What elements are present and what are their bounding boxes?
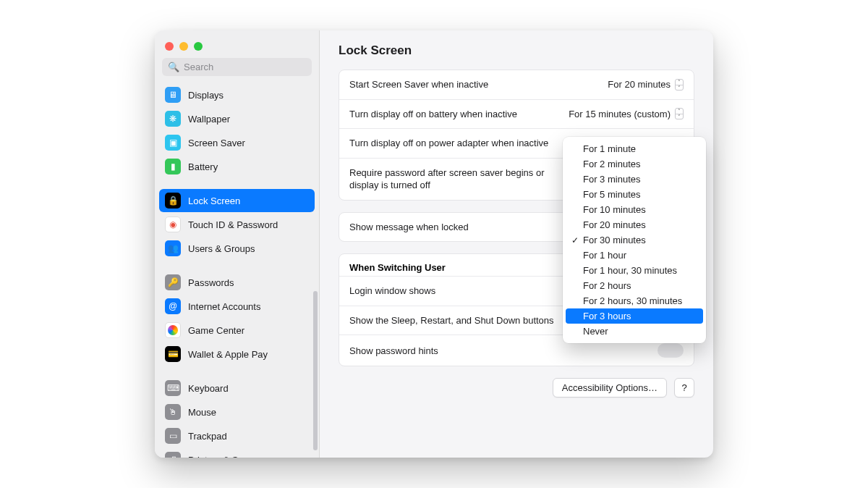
label-adapter-off: Turn display off on power adapter when i… — [349, 137, 548, 150]
sidebar-item-touchid[interactable]: ◉Touch ID & Password — [159, 213, 315, 236]
switch-password-hints[interactable] — [658, 343, 684, 358]
mouse-icon: 🖱 — [165, 404, 181, 420]
dropdown-option[interactable]: For 2 hours, 30 minutes — [566, 293, 703, 308]
dropdown-option[interactable]: For 1 hour, 30 minutes — [566, 263, 703, 278]
dropdown-option[interactable]: For 20 minutes — [566, 217, 703, 232]
label-sleep-buttons: Show the Sleep, Restart, and Shut Down b… — [349, 314, 554, 327]
main-content: Lock Screen Start Screen Saver when inac… — [320, 30, 713, 458]
touchid-icon: ◉ — [165, 216, 181, 232]
sidebar-item-wallet[interactable]: 💳Wallet & Apple Pay — [159, 342, 315, 366]
dropdown-option[interactable]: For 3 minutes — [566, 172, 703, 187]
passwords-icon: 🔑 — [165, 274, 181, 290]
minimize-icon[interactable] — [179, 42, 188, 51]
help-button[interactable]: ? — [674, 378, 694, 397]
select-battery-off[interactable]: For 15 minutes (custom) ˄˅ — [569, 108, 684, 119]
close-icon[interactable] — [165, 42, 174, 51]
users-icon: 👥 — [165, 240, 181, 256]
sidebar-item-internet[interactable]: @Internet Accounts — [159, 295, 315, 318]
wallpaper-icon: ❋ — [165, 111, 181, 127]
printers-icon: 🖨 — [165, 452, 181, 458]
label-require-password: Require password after screen saver begi… — [349, 167, 566, 192]
dropdown-option[interactable]: For 1 hour — [566, 248, 703, 263]
sidebar-item-battery[interactable]: ▮Battery — [159, 155, 315, 178]
sidebar-item-label: Users & Groups — [188, 243, 255, 254]
sidebar-item-label: Touch ID & Password — [188, 219, 278, 230]
chevron-updown-icon: ˄˅ — [675, 108, 684, 119]
dropdown-option[interactable]: Never — [566, 324, 703, 339]
sidebar-item-passwords[interactable]: 🔑Passwords — [159, 271, 315, 294]
sidebar-item-displays[interactable]: 🖥Displays — [159, 83, 315, 106]
time-options-popover[interactable]: For 1 minuteFor 2 minutesFor 3 minutesFo… — [563, 137, 706, 343]
sidebar: 🔍 🖥Displays❋Wallpaper▣Screen Saver▮Batte… — [155, 30, 320, 458]
sidebar-item-label: Internet Accounts — [188, 301, 260, 312]
sidebar-item-wallpaper[interactable]: ❋Wallpaper — [159, 107, 315, 130]
system-settings-window: 🔍 🖥Displays❋Wallpaper▣Screen Saver▮Batte… — [155, 30, 713, 458]
sidebar-item-label: Wallpaper — [188, 114, 230, 125]
page-title: Lock Screen — [339, 43, 694, 58]
sidebar-item-users[interactable]: 👥Users & Groups — [159, 237, 315, 260]
dropdown-option[interactable]: For 5 minutes — [566, 187, 703, 202]
scrollbar-thumb[interactable] — [313, 291, 318, 450]
dropdown-option[interactable]: For 2 hours — [566, 278, 703, 293]
sidebar-item-label: Mouse — [188, 407, 216, 418]
row-screensaver: Start Screen Saver when inactive For 20 … — [339, 70, 694, 100]
sidebar-item-label: Lock Screen — [188, 195, 240, 206]
sidebar-item-mouse[interactable]: 🖱Mouse — [159, 400, 315, 424]
label-password-hints: Show password hints — [349, 345, 438, 358]
accessibility-options-button[interactable]: Accessibility Options… — [553, 378, 667, 397]
sidebar-item-keyboard[interactable]: ⌨Keyboard — [159, 376, 315, 400]
sidebar-item-gamecenter[interactable]: Game Center — [159, 319, 315, 342]
label-show-message: Show message when locked — [349, 221, 469, 234]
row-battery-off: Turn display off on battery when inactiv… — [339, 100, 694, 130]
sidebar-item-label: Keyboard — [188, 383, 229, 394]
label-login-window: Login window shows — [349, 285, 435, 298]
sidebar-item-label: Game Center — [188, 325, 244, 336]
traffic-lights — [155, 38, 319, 58]
maximize-icon[interactable] — [194, 42, 203, 51]
wallet-icon: 💳 — [165, 346, 181, 362]
dropdown-option[interactable]: For 30 minutes — [566, 232, 703, 248]
trackpad-icon: ▭ — [165, 428, 181, 444]
dropdown-option[interactable]: For 2 minutes — [566, 156, 703, 172]
search-field[interactable] — [184, 62, 306, 72]
footer: Accessibility Options… ? — [339, 378, 694, 397]
keyboard-icon: ⌨ — [165, 380, 181, 396]
battery-icon: ▮ — [165, 159, 181, 174]
search-icon: 🔍 — [168, 62, 179, 72]
sidebar-item-label: Displays — [188, 90, 224, 101]
lockscreen-icon: 🔒 — [165, 193, 181, 209]
displays-icon: 🖥 — [165, 87, 181, 103]
internet-icon: @ — [165, 298, 181, 314]
screensaver-icon: ▣ — [165, 135, 181, 151]
sidebar-item-label: Screen Saver — [188, 138, 245, 148]
sidebar-item-screensaver[interactable]: ▣Screen Saver — [159, 131, 315, 154]
search-input[interactable]: 🔍 — [162, 58, 312, 76]
dropdown-option[interactable]: For 10 minutes — [566, 202, 703, 217]
chevron-updown-icon: ˄˅ — [675, 79, 684, 91]
select-screensaver[interactable]: For 20 minutes ˄˅ — [608, 79, 684, 91]
label-screensaver: Start Screen Saver when inactive — [349, 78, 488, 91]
sidebar-item-lockscreen[interactable]: 🔒Lock Screen — [159, 189, 315, 212]
label-battery-off: Turn display off on battery when inactiv… — [349, 108, 517, 121]
sidebar-item-label: Printers & Scanners — [188, 455, 272, 458]
sidebar-item-trackpad[interactable]: ▭Trackpad — [159, 424, 315, 447]
sidebar-list: 🖥Displays❋Wallpaper▣Screen Saver▮Battery… — [155, 80, 319, 458]
sidebar-item-label: Wallet & Apple Pay — [188, 349, 268, 360]
sidebar-item-label: Passwords — [188, 277, 234, 288]
sidebar-item-label: Battery — [188, 161, 218, 172]
dropdown-option[interactable]: For 1 minute — [566, 141, 703, 156]
sidebar-item-label: Trackpad — [188, 431, 227, 442]
sidebar-item-printers[interactable]: 🖨Printers & Scanners — [159, 448, 315, 458]
dropdown-option[interactable]: For 3 hours — [566, 308, 703, 324]
gamecenter-icon — [165, 322, 181, 338]
